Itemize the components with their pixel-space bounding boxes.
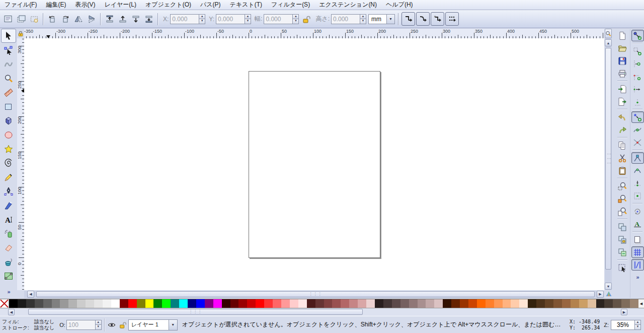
lower-button[interactable] (130, 13, 142, 25)
snap-smooth-nodes-toggle[interactable] (631, 165, 644, 176)
zoom-up[interactable]: ▲ (634, 320, 641, 325)
undo-button[interactable] (616, 111, 629, 123)
print-button[interactable] (616, 68, 629, 79)
y-input[interactable] (216, 14, 245, 24)
opacity-up[interactable]: ▲ (95, 320, 102, 325)
save-button[interactable] (616, 55, 629, 66)
unit-dropdown-arrow[interactable]: ▼ (387, 14, 395, 24)
scroll-down-arrow[interactable]: ▼ (605, 283, 612, 290)
palette-swatch[interactable] (349, 299, 358, 308)
palette-swatch[interactable] (94, 299, 103, 308)
palette-swatch[interactable] (153, 299, 162, 308)
snapbar-overflow[interactable]: » (636, 274, 638, 280)
rotate-90-ccw-button[interactable] (46, 13, 58, 25)
palette-swatch[interactable] (298, 299, 307, 308)
palette-swatch[interactable] (358, 299, 366, 308)
palette-swatch[interactable] (588, 299, 596, 308)
snap-bbox-edges-toggle[interactable] (631, 58, 644, 70)
palette-swatch[interactable] (281, 299, 290, 308)
palette-swatch[interactable] (392, 299, 400, 308)
palette-swatch[interactable] (188, 299, 196, 308)
export-button[interactable] (616, 96, 629, 107)
palette-swatch[interactable] (477, 299, 486, 308)
redo-button[interactable] (616, 124, 629, 136)
no-color-swatch[interactable] (0, 299, 9, 308)
tool-ellipse[interactable] (2, 128, 16, 142)
zoom-corner-button[interactable] (605, 29, 612, 38)
zoom-control[interactable]: Z: ▲▼ (604, 320, 641, 330)
tool-text[interactable]: A (2, 213, 16, 226)
palette-swatch[interactable] (613, 299, 621, 308)
snap-bbox-centers-toggle[interactable] (631, 96, 644, 107)
layer-visibility-eye-icon[interactable] (108, 321, 116, 329)
palette-swatch[interactable] (383, 299, 392, 308)
palette-swatch[interactable] (222, 299, 230, 308)
layer-dropdown-arrow[interactable]: ▼ (169, 319, 178, 330)
menu-filters[interactable]: フィルター(S) (267, 0, 314, 10)
palette-swatch[interactable] (460, 299, 468, 308)
tool-node-editor[interactable] (2, 44, 16, 57)
palette-swatch[interactable] (60, 299, 68, 308)
y-spin-down[interactable]: ▼ (245, 19, 251, 24)
palette-swatch[interactable] (409, 299, 418, 308)
palette-swatch[interactable] (273, 299, 281, 308)
palette-swatch[interactable] (451, 299, 460, 308)
palette-scroll-left[interactable]: ◀ (8, 309, 15, 315)
width-spin-up[interactable]: ▲ (292, 14, 299, 20)
menu-text[interactable]: テキスト(T) (225, 0, 267, 10)
palette-swatch[interactable] (230, 299, 239, 308)
height-spin-up[interactable]: ▲ (360, 14, 366, 20)
tool-box-3d[interactable] (2, 114, 16, 127)
palette-swatch[interactable] (145, 299, 154, 308)
tool-bezier-pen[interactable] (2, 185, 16, 198)
toolbox-overflow[interactable]: » (7, 289, 10, 295)
palette-swatch[interactable] (503, 299, 511, 308)
snap-text-baseline-toggle[interactable]: A (631, 218, 644, 230)
tool-spray[interactable] (2, 227, 16, 240)
layer-lock-icon[interactable] (119, 321, 127, 329)
select-all-in-all-layers-button[interactable] (15, 13, 27, 25)
palette-swatch[interactable] (434, 299, 443, 308)
snap-rotation-center-toggle[interactable] (631, 206, 644, 217)
unit-selector[interactable]: mm▼ (368, 14, 395, 24)
duplicate-button[interactable] (616, 221, 629, 233)
flip-horizontal-button[interactable] (72, 13, 85, 25)
new-document-button[interactable] (616, 30, 629, 41)
palette-swatch[interactable] (341, 299, 349, 308)
palette-swatch[interactable] (35, 299, 43, 308)
palette-swatch[interactable] (18, 299, 26, 308)
palette-swatch[interactable] (621, 299, 630, 308)
palette-swatch[interactable] (366, 299, 375, 308)
width-input[interactable] (264, 14, 292, 24)
height-spin-down[interactable]: ▼ (360, 19, 366, 24)
create-clone-button[interactable] (616, 234, 629, 245)
open-button[interactable] (616, 42, 629, 54)
vertical-ruler[interactable]: 300250200150100500 (17, 38, 25, 290)
snap-nodes-toggle[interactable] (631, 111, 644, 123)
scroll-right-arrow[interactable]: ▶ (597, 291, 604, 298)
palette-swatch[interactable] (596, 299, 605, 308)
cut-button[interactable] (616, 152, 629, 164)
scroll-left-arrow[interactable]: ◀ (27, 291, 34, 298)
rotate-90-cw-button[interactable] (59, 13, 71, 25)
palette-swatch[interactable] (9, 299, 18, 308)
tool-selector[interactable] (1, 29, 16, 43)
palette-swatch[interactable] (536, 299, 545, 308)
unlink-clone-button[interactable] (616, 246, 629, 258)
horizontal-ruler[interactable]: -350-300-250-200-150-100-500501001502002… (24, 29, 604, 39)
tool-rectangle[interactable] (2, 100, 16, 113)
palette-swatch[interactable] (400, 299, 409, 308)
tool-gradient[interactable] (2, 270, 16, 283)
palette-swatch[interactable] (247, 299, 256, 308)
x-spin-up[interactable]: ▲ (199, 14, 205, 20)
tool-spiral[interactable] (2, 157, 16, 170)
palette-swatch[interactable] (238, 299, 247, 308)
snap-guides-toggle[interactable] (631, 259, 644, 271)
palette-swatch[interactable] (77, 299, 86, 308)
zoom-input[interactable] (611, 320, 634, 330)
x-spin-down[interactable]: ▼ (199, 19, 205, 24)
palette-scroll-left-icon[interactable]: ◀ (638, 299, 644, 308)
palette-swatch[interactable] (103, 299, 111, 308)
palette-swatch[interactable] (468, 299, 477, 308)
opacity-spinbox[interactable]: ▲▼ (66, 320, 102, 330)
